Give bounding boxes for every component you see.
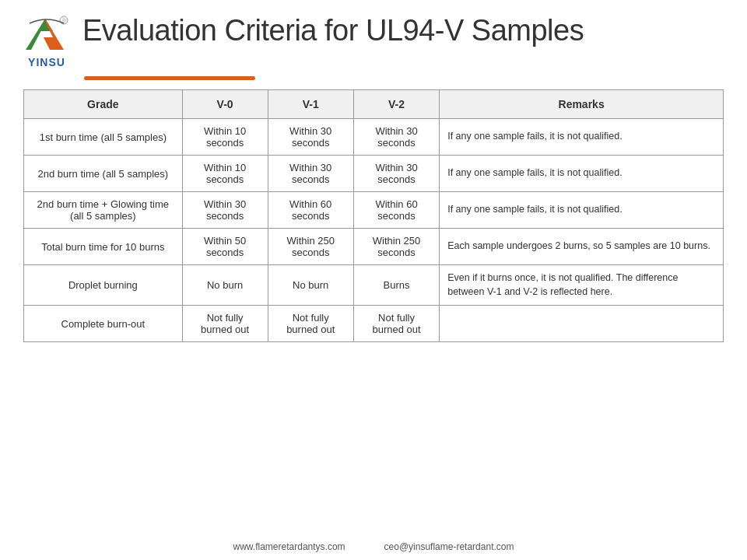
col-remarks: Remarks xyxy=(440,90,724,119)
page: ® YINSU Evaluation Criteria for UL94-V S… xyxy=(0,0,747,560)
row-v2: Burns xyxy=(353,265,439,306)
row-label: Droplet burning xyxy=(24,265,183,306)
row-v2: Within 30 seconds xyxy=(353,119,439,156)
row-v0: Within 30 seconds xyxy=(182,192,268,229)
col-v2: V-2 xyxy=(353,90,439,119)
row-v0: Within 10 seconds xyxy=(182,119,268,156)
criteria-table: Grade V-0 V-1 V-2 Remarks 1st burn time … xyxy=(23,89,724,342)
row-remarks xyxy=(440,306,724,342)
logo-text: YINSU xyxy=(28,56,65,68)
table-row: 1st burn time (all 5 samples)Within 10 s… xyxy=(24,119,724,156)
table-row: Complete burn-outNot fully burned outNot… xyxy=(24,306,724,342)
row-v2: Within 250 seconds xyxy=(353,229,439,265)
row-label: Total burn time for 10 burns xyxy=(24,229,183,265)
row-label: 2nd burn time (all 5 samples) xyxy=(24,156,183,192)
row-v1: No burn xyxy=(268,265,353,306)
row-v1: Within 250 seconds xyxy=(268,229,353,265)
table-row: 2nd burn time (all 5 samples)Within 10 s… xyxy=(24,156,724,192)
divider xyxy=(84,76,255,80)
row-v2: Not fully burned out xyxy=(353,306,439,342)
table-header-row: Grade V-0 V-1 V-2 Remarks xyxy=(24,90,724,119)
table-container: Grade V-0 V-1 V-2 Remarks 1st burn time … xyxy=(23,89,724,535)
footer-email: ceo@yinsuflame-retardant.com xyxy=(384,541,514,552)
table-row: Total burn time for 10 burnsWithin 50 se… xyxy=(24,229,724,265)
header: ® YINSU Evaluation Criteria for UL94-V S… xyxy=(23,14,724,68)
table-row: Droplet burningNo burnNo burnBurnsEven i… xyxy=(24,265,724,306)
row-v1: Within 30 seconds xyxy=(268,156,353,192)
row-remarks: If any one sample fails, it is not quali… xyxy=(440,156,724,192)
logo-icon: ® xyxy=(23,14,70,54)
row-v1: Within 60 seconds xyxy=(268,192,353,229)
row-remarks: If any one sample fails, it is not quali… xyxy=(440,192,724,229)
svg-marker-2 xyxy=(44,19,64,50)
row-v2: Within 30 seconds xyxy=(353,156,439,192)
page-title: Evaluation Criteria for UL94-V Samples xyxy=(82,14,584,47)
row-v2: Within 60 seconds xyxy=(353,192,439,229)
row-v1: Within 30 seconds xyxy=(268,119,353,156)
row-label: 2nd burn time + Glowing time (all 5 samp… xyxy=(24,192,183,229)
footer-website: www.flameretardantys.com xyxy=(233,541,345,552)
row-v0: Within 50 seconds xyxy=(182,229,268,265)
col-v0: V-0 xyxy=(182,90,268,119)
row-v0: Not fully burned out xyxy=(182,306,268,342)
footer: www.flameretardantys.com ceo@yinsuflame-… xyxy=(23,541,724,552)
row-remarks: Even if it burns once, it is not qualifi… xyxy=(440,265,724,306)
row-remarks: Each sample undergoes 2 burns, so 5 samp… xyxy=(440,229,724,265)
row-v0: Within 10 seconds xyxy=(182,156,268,192)
row-v0: No burn xyxy=(182,265,268,306)
row-v1: Not fully burned out xyxy=(268,306,353,342)
col-grade: Grade xyxy=(24,90,183,119)
row-label: 1st burn time (all 5 samples) xyxy=(24,119,183,156)
col-v1: V-1 xyxy=(268,90,353,119)
title-area: Evaluation Criteria for UL94-V Samples xyxy=(82,14,724,47)
row-label: Complete burn-out xyxy=(24,306,183,342)
logo-area: ® YINSU xyxy=(23,14,70,68)
row-remarks: If any one sample fails, it is not quali… xyxy=(440,119,724,156)
table-row: 2nd burn time + Glowing time (all 5 samp… xyxy=(24,192,724,229)
